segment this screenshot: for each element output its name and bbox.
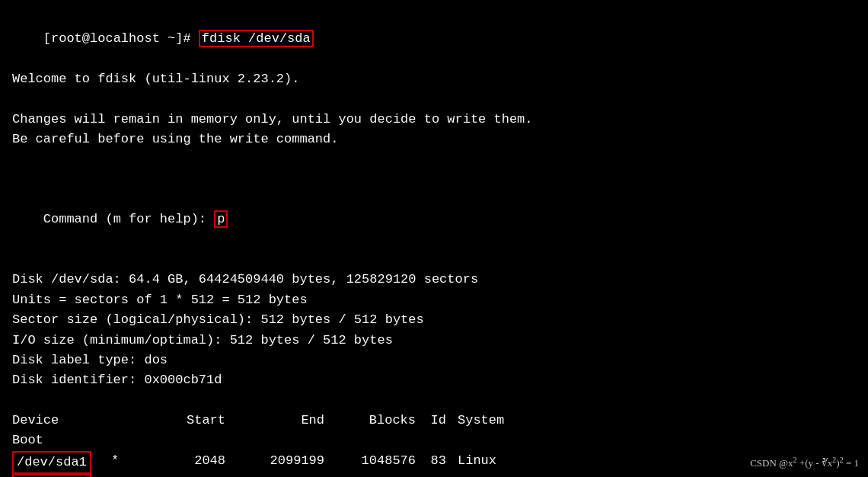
- blank-line-5: [12, 391, 856, 411]
- col-header-id: Id: [423, 411, 454, 451]
- terminal-window: [root@localhost ~]# fdisk /dev/sda Welco…: [0, 0, 868, 477]
- command-line: [root@localhost ~]# fdisk /dev/sda: [12, 9, 856, 69]
- device-sda1: /dev/sda1: [12, 451, 88, 474]
- start-sda2: 2099200: [134, 474, 233, 477]
- system-sda2: Linux LVM: [454, 474, 856, 477]
- col-header-end: End: [233, 411, 332, 451]
- col-header-boot-space: [88, 411, 134, 451]
- command-highlight: fdisk /dev/sda: [199, 30, 314, 47]
- command-p-highlight: p: [214, 210, 228, 228]
- disk-info-1: Disk /dev/sda: 64.4 GB, 64424509440 byte…: [12, 270, 856, 290]
- device-sda2: /dev/sda2: [12, 474, 88, 477]
- col-header-start: Start: [134, 411, 233, 451]
- disk-info-5: Disk label type: dos: [12, 351, 856, 370]
- command-prompt-line: Command (m for help): p: [12, 190, 856, 250]
- blank-line-1: [12, 89, 856, 109]
- start-sda1: 2048: [134, 451, 233, 474]
- welcome-line: Welcome to fdisk (util-linux 2.23.2).: [12, 69, 856, 89]
- col-header-device: Device Boot: [12, 411, 88, 451]
- partition-row-sda1: /dev/sda1 * 2048 2099199 1048576 83 Linu…: [12, 451, 856, 474]
- end-sda2: 83886079: [233, 474, 332, 477]
- id-sda1: 83: [423, 451, 454, 474]
- blank-line-4: [12, 250, 856, 270]
- partition-row-sda2: /dev/sda2 2099200 83886079 40893440 8e L…: [12, 474, 856, 477]
- boot-sda2: [96, 474, 134, 477]
- warning-line-2: Be careful before using the write comman…: [12, 130, 856, 149]
- blocks-sda1: 1048576: [332, 451, 423, 474]
- disk-info-3: Sector size (logical/physical): 512 byte…: [12, 310, 856, 330]
- prompt-text: [root@localhost ~]#: [43, 31, 199, 46]
- blank-line-2: [12, 149, 856, 169]
- col-header-blocks: Blocks: [332, 411, 423, 451]
- id-sda2: 8e: [423, 474, 454, 477]
- blank-line-3: [12, 170, 856, 190]
- disk-info-6: Disk identifier: 0x000cb71d: [12, 370, 856, 390]
- watermark: CSDN @x2 +(y - ∛x2)2 = 1: [750, 456, 859, 469]
- end-sda1: 2099199: [233, 451, 332, 474]
- partition-table-header: Device Boot Start End Blocks Id System: [12, 411, 856, 451]
- col-header-system: System: [454, 411, 856, 451]
- prompt2-prefix: Command (m for help):: [43, 212, 214, 226]
- blocks-sda2: 40893440: [332, 474, 423, 477]
- disk-info-4: I/O size (minimum/optimal): 512 bytes / …: [12, 331, 856, 351]
- boot-sda1: *: [96, 451, 134, 474]
- disk-info-2: Units = sectors of 1 * 512 = 512 bytes: [12, 290, 856, 310]
- warning-line-1: Changes will remain in memory only, unti…: [12, 110, 856, 130]
